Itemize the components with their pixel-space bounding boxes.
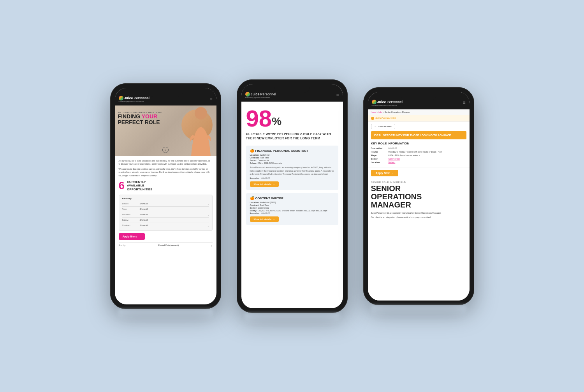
body-paragraph-1: All our latest, up-to-date vacancies are… bbox=[119, 159, 213, 166]
view-all-roles-button[interactable]: ← View all roles bbox=[371, 124, 395, 129]
filter-sector-row[interactable]: Sector: Show All ↓ bbox=[122, 201, 209, 207]
logo-juice-3: Juice bbox=[377, 100, 386, 104]
role-section: SENIOR ROLE IN MIRFIELD SENIOR OPERATION… bbox=[368, 179, 470, 221]
filter-contract-row[interactable]: Contract: Show All ↓ bbox=[122, 223, 209, 228]
phone-3-notch bbox=[401, 92, 436, 100]
apply-filters-label: Apply filters bbox=[123, 235, 137, 238]
phone-1-hero: MATCHING CANDIDATES WITH JOBS FINDING YO… bbox=[115, 105, 216, 156]
role-title: SENIOR OPERATIONS MANAGER bbox=[371, 185, 466, 209]
phone-1-content: JuicePersonnel a refreshing approach to … bbox=[115, 88, 216, 304]
opp-label: CURRENTLY AVAILABLE OPPORTUNITIES bbox=[127, 180, 152, 192]
job-2-details-button[interactable]: More job details → bbox=[250, 216, 279, 222]
logo-tagline-2: a refreshing approach to recruitment bbox=[245, 97, 276, 98]
filter-salary-arrow: ↓ bbox=[208, 219, 209, 221]
sector-label: Sector: bbox=[371, 158, 387, 160]
phone-1-screen: JuicePersonnel a refreshing approach to … bbox=[115, 88, 216, 304]
menu-icon-2[interactable]: ≡ bbox=[336, 92, 339, 98]
job-1-posted: Posted on: 01-02-23 bbox=[250, 177, 334, 179]
filter-section: Filter by: Sector: Show All ↓ Type: Show… bbox=[119, 195, 213, 231]
phone-3-reflection bbox=[371, 305, 466, 317]
job-2-sector-label: Sector: bbox=[250, 207, 257, 209]
filter-label: Filter by: bbox=[122, 197, 209, 200]
phone-1-logo: JuicePersonnel a refreshing approach to … bbox=[119, 96, 150, 102]
brand-dot-icon bbox=[371, 117, 374, 120]
brand-tag: JuiceCommercial bbox=[368, 115, 470, 122]
logo-icon-2 bbox=[245, 92, 250, 97]
opp-line1: CURRENTLY bbox=[127, 180, 146, 184]
info-hours-row: Hours: Monday to Friday Flexible with co… bbox=[371, 151, 466, 153]
sort-value: Posted Date (newest) bbox=[158, 244, 179, 246]
hours-value: Monday to Friday Flexible with core hour… bbox=[389, 151, 466, 153]
logo-icon-3 bbox=[372, 100, 376, 104]
sector-link[interactable]: Commercial bbox=[389, 158, 400, 160]
logo-juice-2: Juice bbox=[251, 92, 260, 96]
info-location-row: Location: Mirfield bbox=[371, 161, 466, 163]
job-2-posted-date: 01-02-23 bbox=[261, 212, 270, 214]
job-2-details-label: More job details bbox=[254, 218, 272, 220]
opp-line2: AVAILABLE bbox=[127, 184, 144, 187]
logo-juice: Juice bbox=[124, 96, 133, 100]
date-value: 01-02-23 bbox=[389, 147, 466, 149]
logo-personnel-2: Personnel bbox=[260, 92, 276, 96]
role-title-line1: SENIOR bbox=[371, 184, 401, 193]
phone-2-body: 98% OF PEOPLE WE'VE HELPED FIND A ROLE S… bbox=[241, 102, 343, 232]
filter-type-arrow: ↓ bbox=[208, 208, 209, 211]
breadcrumb-jobs[interactable]: Jobs bbox=[378, 111, 383, 113]
hero-perfect-role: PERFECT ROLE bbox=[118, 119, 160, 125]
phones-container: JuicePersonnel a refreshing approach to … bbox=[87, 64, 498, 329]
stat-display: 98% bbox=[246, 107, 338, 130]
job-1-contract: Contract: Part-Time bbox=[250, 156, 334, 159]
filter-sector-arrow: ↓ bbox=[208, 202, 209, 205]
apply-now-button[interactable]: Apply Now → bbox=[371, 170, 398, 176]
job-1-sector-label: Sector: bbox=[250, 159, 257, 162]
filter-location-arrow: ↓ bbox=[208, 213, 209, 216]
phone-1-body: All our latest, up-to-date vacancies are… bbox=[115, 156, 216, 251]
brand-name: JuiceCommercial bbox=[375, 117, 396, 120]
ideal-banner-text: IDEAL OPPORTUNITY FOR THOSE LOOKING TO A… bbox=[374, 134, 463, 137]
job-2-emoji: 🍊 bbox=[250, 196, 254, 200]
role-title-line2: OPERATIONS bbox=[371, 192, 422, 201]
job-2-posted: Posted on: 01-02-23 bbox=[250, 212, 334, 214]
apply-filters-button[interactable]: Apply filters → bbox=[119, 233, 145, 240]
job-2-contract-label: Contract: bbox=[250, 204, 259, 206]
scroll-indicator[interactable]: ↓ bbox=[162, 147, 169, 153]
filter-location-row[interactable]: Location: Show All ↓ bbox=[122, 212, 209, 218]
breadcrumb-home[interactable]: Home bbox=[371, 111, 377, 113]
job-1-salary-val: 20k to £28k DOE pro rata bbox=[257, 162, 281, 164]
job-2-title: 🍊 CONTENT WRITER bbox=[250, 196, 334, 200]
job-2-salary-label: Salary: bbox=[250, 209, 257, 212]
menu-icon-3[interactable]: ≡ bbox=[463, 100, 465, 105]
svg-point-0 bbox=[195, 107, 207, 120]
phone-3-content: JuicePersonnel a refreshing approach to … bbox=[368, 92, 470, 301]
job-2-location: Location: Wakefield (WF2) bbox=[250, 201, 334, 204]
sort-arrow-icon: ↓ bbox=[211, 244, 213, 247]
phone-2-logo: JuicePersonnel a refreshing approach to … bbox=[245, 92, 276, 98]
filter-type-row[interactable]: Type: Show All ↓ bbox=[122, 207, 209, 212]
body-paragraph-2: We appreciate that job seeking can be a … bbox=[119, 167, 213, 177]
phone-3-body: Home > Jobs > Senior Operations Manager … bbox=[368, 109, 470, 301]
apply-filters-arrow-icon: → bbox=[138, 235, 141, 238]
phone-1-notch bbox=[148, 88, 183, 97]
job-1-emoji: 🍊 bbox=[250, 149, 254, 153]
menu-icon[interactable]: ≡ bbox=[209, 96, 212, 102]
job-1-details-button[interactable]: More job details → bbox=[250, 181, 279, 187]
job-1-salary-label: Salary: bbox=[250, 162, 257, 164]
job-card-2: 🍊 CONTENT WRITER Location: Wakefield (WF… bbox=[246, 193, 338, 225]
location-link[interactable]: Mirfield bbox=[389, 161, 396, 163]
breadcrumb-current: Senior Operations Manager bbox=[385, 111, 410, 113]
logo-personnel: Personnel bbox=[134, 96, 150, 100]
job-1-contract-label: Contract: bbox=[250, 156, 259, 159]
job-2-sector: Sector: Commercial bbox=[250, 207, 334, 209]
phone-2-reflection bbox=[245, 313, 340, 325]
filter-salary-row[interactable]: Salary: Show All ↓ bbox=[122, 218, 209, 223]
scroll-arrow-icon: ↓ bbox=[165, 148, 166, 151]
breadcrumb: Home > Jobs > Senior Operations Manager bbox=[368, 109, 470, 115]
job-card-1: 🍊 FINANCIAL PERSONAL ASSISTANT Location:… bbox=[246, 146, 338, 190]
opp-count: 6 bbox=[119, 180, 125, 191]
phone-1-reflection bbox=[118, 309, 213, 321]
filter-contract-val: Show All bbox=[140, 224, 208, 227]
logo-personnel-3: Personnel bbox=[387, 100, 403, 104]
hero-text-overlay: MATCHING CANDIDATES WITH JOBS FINDING YO… bbox=[118, 111, 162, 126]
wage-label: Wage: bbox=[371, 154, 387, 156]
job-1-posted-date: 01-02-23 bbox=[261, 177, 270, 179]
